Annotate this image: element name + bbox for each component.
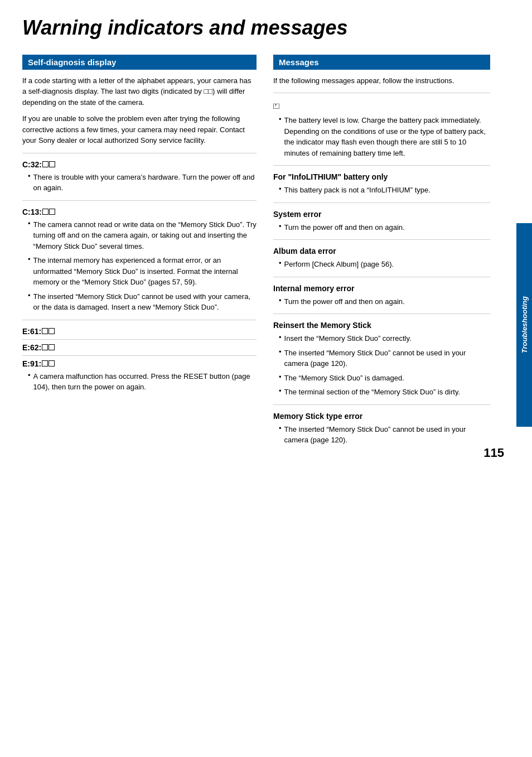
message-reinsert-bullet3: The “Memory Stick Duo” is damaged.	[273, 373, 490, 384]
right-column: Messages If the following messages appea…	[273, 55, 510, 449]
code-e91: E:91: A camera malfunction has occurred.…	[22, 359, 257, 393]
code-c32: C:32: There is trouble with your camera’…	[22, 160, 257, 194]
code-e61-label: E:61:	[22, 327, 257, 336]
message-internal-memory-bullet1: Turn the power off and then on again.	[273, 296, 490, 307]
message-mem-type-error-bullet1: The inserted “Memory Stick Duo” cannot b…	[273, 424, 490, 446]
messages-intro: If the following messages appear, follow…	[273, 75, 490, 86]
page-number: 115	[483, 446, 504, 460]
self-diagnosis-intro1: If a code starting with a letter of the …	[22, 75, 257, 108]
message-system-error-label: System error	[273, 210, 490, 219]
message-mem-type-error-label: Memory Stick type error	[273, 412, 490, 421]
left-column: Self-diagnosis display If a code startin…	[22, 55, 257, 449]
self-diagnosis-intro2: If you are unable to solve the problem e…	[22, 113, 257, 146]
message-reinsert-bullet2: The inserted “Memory Stick Duo” cannot b…	[273, 348, 490, 369]
message-album-error-label: Album data error	[273, 247, 490, 255]
code-e91-bullet1: A camera malfunction has occurred. Press…	[22, 371, 257, 393]
code-e62-label: E:62:	[22, 343, 257, 352]
message-system-error: System error Turn the power off and then…	[273, 210, 490, 233]
message-reinsert-bullet4: The terminal section of the “Memory Stic…	[273, 387, 490, 398]
code-c13-bullet2: The internal memory has experienced a fo…	[22, 255, 257, 288]
message-mem-type-error: Memory Stick type error The inserted “Me…	[273, 412, 490, 446]
message-battery: ⏍ The battery level is low. Charge the b…	[273, 100, 490, 158]
message-infolith-label: For "InfoLITHIUM" battery only	[273, 172, 490, 181]
message-internal-memory: Internal memory error Turn the power off…	[273, 284, 490, 307]
battery-low-icon: ⏍	[273, 100, 490, 112]
message-infolith: For "InfoLITHIUM" battery only This batt…	[273, 172, 490, 196]
code-c13-bullet1: The camera cannot read or write data on …	[22, 219, 257, 252]
code-e62: E:62:	[22, 343, 257, 352]
message-battery-bullet1: The battery level is low. Charge the bat…	[273, 115, 490, 158]
message-reinsert-bullet1: Insert the “Memory Stick Duo” correctly.	[273, 333, 490, 344]
code-c13: C:13: The camera cannot read or write da…	[22, 208, 257, 313]
message-album-error-bullet1: Perform [Check Album] (page 56).	[273, 259, 490, 270]
message-reinsert-label: Reinsert the Memory Stick	[273, 321, 490, 330]
page-title: Warning indicators and messages	[22, 17, 510, 39]
sidebar-tab: Troubleshooting	[516, 223, 532, 427]
code-c13-bullet3: The inserted “Memory Stick Duo” cannot b…	[22, 291, 257, 313]
code-c32-label: C:32:	[22, 160, 257, 169]
message-system-error-bullet1: Turn the power off and then on again.	[273, 222, 490, 233]
code-e91-label: E:91:	[22, 359, 257, 368]
self-diagnosis-header: Self-diagnosis display	[22, 55, 257, 70]
message-album-error: Album data error Perform [Check Album] (…	[273, 247, 490, 270]
code-e61: E:61:	[22, 327, 257, 336]
code-c32-bullet1: There is trouble with your camera’s hard…	[22, 172, 257, 194]
message-infolith-bullet1: This battery pack is not a “InfoLITHIUM”…	[273, 185, 490, 196]
messages-header: Messages	[273, 55, 490, 70]
code-c13-label: C:13:	[22, 208, 257, 216]
message-internal-memory-label: Internal memory error	[273, 284, 490, 293]
sidebar-tab-label: Troubleshooting	[520, 296, 529, 353]
message-reinsert: Reinsert the Memory Stick Insert the “Me…	[273, 321, 490, 398]
